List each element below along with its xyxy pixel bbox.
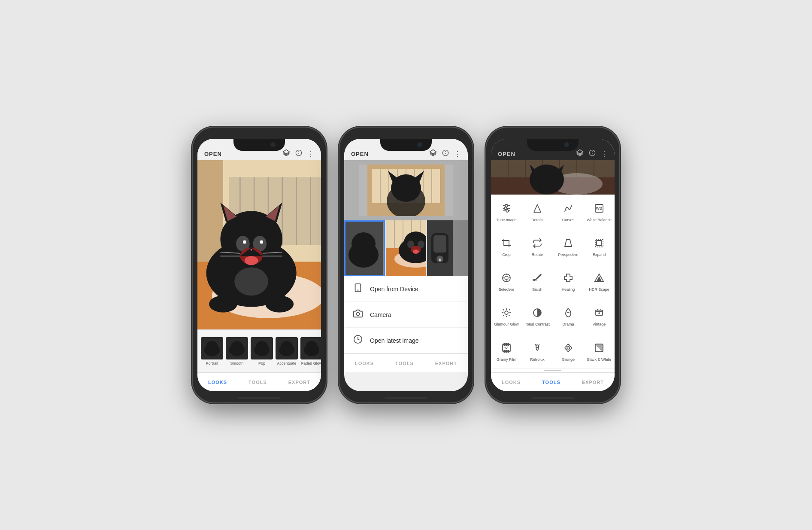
device-icon bbox=[353, 283, 363, 295]
tool-drama[interactable]: Drama bbox=[553, 299, 584, 334]
info-icon-1[interactable] bbox=[295, 149, 302, 158]
tool-glamour-glow[interactable]: Glamour Glow bbox=[491, 299, 522, 334]
open-latest-item[interactable]: Open latest image bbox=[344, 328, 468, 353]
look-accentuate[interactable]: Accentuate bbox=[276, 337, 298, 366]
tonal-contrast-icon bbox=[532, 308, 542, 320]
info-icon-2[interactable] bbox=[442, 149, 449, 158]
notch-3 bbox=[527, 139, 579, 151]
tool-black-white[interactable]: Black & White bbox=[584, 334, 615, 369]
tab-export-3[interactable]: EXPORT bbox=[575, 378, 611, 387]
more-icon-2[interactable]: ⋮ bbox=[454, 150, 461, 158]
svg-point-164 bbox=[507, 347, 508, 347]
tab-looks-2[interactable]: LOOKS bbox=[348, 359, 381, 368]
svg-point-89 bbox=[413, 250, 419, 254]
tab-looks-3[interactable]: LOOKS bbox=[495, 378, 527, 387]
white-balance-icon: WB bbox=[594, 203, 604, 215]
home-indicator-3 bbox=[531, 397, 574, 399]
tool-brush[interactable]: Brush bbox=[522, 264, 553, 299]
tool-crop[interactable]: Crop bbox=[491, 229, 522, 264]
thumb-1[interactable] bbox=[344, 220, 385, 276]
thumb-3[interactable]: B bbox=[427, 220, 468, 276]
tab-tools-1[interactable]: TOOLS bbox=[242, 378, 274, 387]
svg-point-73 bbox=[351, 232, 376, 256]
tool-brush-label: Brush bbox=[532, 287, 542, 292]
dark-image-area-3 bbox=[491, 160, 615, 195]
layers-icon-2[interactable] bbox=[429, 149, 437, 158]
gray-top-area bbox=[344, 160, 468, 220]
svg-line-144 bbox=[509, 315, 510, 316]
tool-curves[interactable]: Curves bbox=[553, 195, 584, 229]
tool-healing-label: Healing bbox=[562, 287, 575, 292]
svg-point-121 bbox=[504, 207, 507, 210]
rotate-icon bbox=[532, 238, 542, 250]
svg-text:B: B bbox=[439, 258, 441, 262]
thumb-2[interactable] bbox=[386, 220, 427, 276]
tool-perspective[interactable]: Perspective bbox=[553, 229, 584, 264]
tab-export-1[interactable]: EXPORT bbox=[282, 378, 317, 387]
open-button-3[interactable]: OPEN bbox=[498, 151, 515, 157]
svg-point-115 bbox=[530, 164, 564, 195]
tool-tonal-contrast[interactable]: Tonal Contrast bbox=[522, 299, 553, 334]
front-camera-1 bbox=[270, 142, 276, 147]
tool-tune-image[interactable]: Tune Image bbox=[491, 195, 522, 229]
look-smooth[interactable]: Smooth bbox=[226, 337, 248, 366]
camera-label: Camera bbox=[370, 311, 391, 318]
tool-grainy-film[interactable]: Grainy Film bbox=[491, 334, 522, 369]
svg-point-48 bbox=[281, 341, 293, 352]
header-icons-2: ⋮ bbox=[429, 149, 461, 158]
svg-point-45 bbox=[256, 341, 268, 352]
tool-white-balance[interactable]: WB White Balance bbox=[584, 195, 615, 229]
crop-icon bbox=[501, 238, 512, 250]
more-icon-3[interactable]: ⋮ bbox=[601, 150, 608, 158]
look-portrait[interactable]: Portrait bbox=[201, 337, 223, 366]
tool-vintage[interactable]: Vintage bbox=[584, 299, 615, 334]
details-icon bbox=[532, 203, 542, 215]
hdr-scape-icon bbox=[594, 273, 604, 285]
tune-image-icon bbox=[501, 203, 512, 215]
tool-glamour-glow-label: Glamour Glow bbox=[494, 322, 519, 327]
tool-retrolux[interactable]: Retrolux bbox=[522, 334, 553, 369]
open-latest-label: Open latest image bbox=[370, 337, 419, 344]
tool-grunge[interactable]: Grunge bbox=[553, 334, 584, 369]
look-pop[interactable]: Pop bbox=[251, 337, 273, 366]
tab-tools-2[interactable]: TOOLS bbox=[388, 359, 421, 368]
open-button-2[interactable]: OPEN bbox=[351, 151, 369, 157]
phone-1: OPEN ⋮ bbox=[193, 128, 326, 402]
main-image-1 bbox=[197, 160, 321, 329]
tool-hdr-scape-label: HDR Scape bbox=[589, 287, 609, 292]
tool-curves-label: Curves bbox=[562, 218, 575, 222]
vintage-icon bbox=[594, 308, 604, 320]
tool-selective[interactable]: Selective bbox=[491, 264, 522, 299]
tab-export-2[interactable]: EXPORT bbox=[428, 359, 464, 368]
open-button-1[interactable]: OPEN bbox=[204, 151, 222, 157]
svg-line-143 bbox=[503, 310, 504, 311]
tool-tune-image-label: Tune Image bbox=[496, 218, 517, 222]
healing-icon bbox=[563, 273, 573, 285]
layers-icon-1[interactable] bbox=[282, 149, 290, 158]
tool-expand[interactable]: Expand bbox=[584, 229, 615, 264]
svg-point-34 bbox=[209, 295, 237, 312]
tab-tools-3[interactable]: TOOLS bbox=[535, 378, 567, 387]
tab-looks-1[interactable]: LOOKS bbox=[201, 378, 234, 387]
tool-rotate[interactable]: Rotate bbox=[522, 229, 553, 264]
retrolux-icon bbox=[532, 343, 542, 355]
tool-crop-label: Crop bbox=[502, 253, 511, 257]
info-icon-3[interactable] bbox=[589, 149, 596, 158]
selective-icon bbox=[501, 273, 512, 285]
tool-hdr-scape[interactable]: HDR Scape bbox=[584, 264, 615, 299]
notch-1 bbox=[233, 139, 285, 151]
tool-vintage-label: Vintage bbox=[593, 322, 606, 327]
tool-healing[interactable]: Healing bbox=[553, 264, 584, 299]
looks-strip-1: Portrait Smooth bbox=[197, 329, 321, 372]
svg-point-28 bbox=[245, 256, 258, 265]
tool-details[interactable]: Details bbox=[522, 195, 553, 229]
tool-perspective-label: Perspective bbox=[558, 253, 578, 257]
more-icon-1[interactable]: ⋮ bbox=[307, 150, 314, 158]
camera-item[interactable]: Camera bbox=[344, 302, 468, 328]
tool-details-label: Details bbox=[531, 218, 543, 222]
open-from-device[interactable]: Open from Device bbox=[344, 276, 468, 302]
look-accentuate-label: Accentuate bbox=[277, 361, 296, 366]
layers-icon-3[interactable] bbox=[576, 149, 584, 158]
look-faded-glow[interactable]: Faded Glow bbox=[300, 337, 321, 366]
svg-marker-125 bbox=[534, 204, 541, 212]
